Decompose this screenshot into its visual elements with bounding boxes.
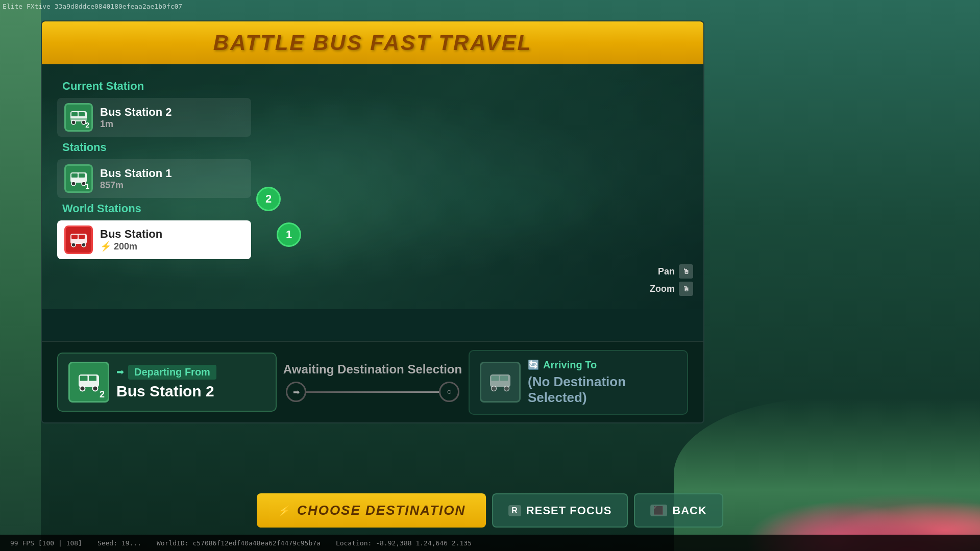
station-1-number: 1: [85, 182, 89, 190]
status-bar: 99 FPS [100 | 108] Seed: 19... WorldID: …: [0, 535, 980, 551]
departing-station-name: Bus Station 2: [116, 383, 265, 400]
svg-point-25: [504, 386, 509, 391]
reset-key: R: [508, 505, 521, 516]
arriving-section: 🔄 Arriving To (No Destination Selected): [469, 350, 688, 415]
svg-rect-12: [71, 235, 78, 239]
svg-rect-23: [500, 376, 508, 381]
currency-icon: ⚡: [100, 241, 111, 252]
back-key: ⬛: [650, 505, 667, 516]
world-station-item[interactable]: Bus Station ⚡ 200m: [57, 220, 251, 259]
pan-label: Pan: [658, 266, 675, 277]
svg-point-19: [80, 386, 85, 391]
map-marker-1[interactable]: 1: [277, 222, 301, 247]
action-buttons-row: ⚡ CHOOSE DESTINATION R RESET FOCUS ⬛ BAC…: [257, 493, 723, 528]
arriving-station-name: (No Destination Selected): [528, 374, 677, 406]
bus-icon-world: [68, 230, 89, 250]
bus-icon-depart: [76, 369, 102, 395]
current-station-info: Bus Station 2 1m: [100, 106, 244, 130]
fps-display: 99 FPS [100 | 108]: [10, 539, 82, 547]
map-marker-2[interactable]: 2: [256, 187, 281, 211]
pan-control: Pan 🖱: [650, 264, 693, 279]
world-station-dist-value: 200m: [114, 241, 137, 252]
departing-from-label: Departing From: [128, 365, 216, 380]
arriving-text: 🔄 Arriving To (No Destination Selected): [528, 359, 677, 406]
svg-rect-2: [79, 112, 85, 116]
station-1-icon: 1: [64, 164, 93, 193]
svg-point-20: [93, 386, 98, 391]
arrow-section: Awaiting Destination Selection ➡ ○: [277, 362, 469, 402]
pan-zoom-controls: Pan 🖱 Zoom 🖱: [650, 264, 693, 299]
world-station-dist: ⚡ 200m: [100, 241, 244, 252]
departing-icon: 2: [68, 362, 109, 403]
back-label: BACK: [672, 504, 707, 517]
world-id-display: WorldID: c57086f12edf40a48ea62f4479c95b7…: [157, 539, 321, 547]
current-station-icon: 2: [64, 103, 93, 132]
world-station-name: Bus Station: [100, 228, 244, 241]
current-station-label: Current Station: [62, 80, 251, 93]
location-display: Location: -8.92,388 1.24,646 2.135: [336, 539, 472, 547]
bottom-bar: 2 ➡ Departing From Bus Station 2 Awaitin…: [42, 341, 703, 422]
map-area[interactable]: Current Station 2 Bus Station 2: [42, 64, 703, 309]
title-bar: BATTLE BUS FAST TRAVEL: [42, 21, 703, 64]
departing-text: ➡ Departing From Bus Station 2: [116, 365, 265, 400]
stations-label: Stations: [62, 141, 251, 154]
departing-label-row: ➡ Departing From: [116, 365, 265, 380]
svg-rect-18: [89, 376, 96, 381]
current-station-name: Bus Station 2: [100, 106, 244, 119]
arrow-left-icon: ➡: [293, 387, 300, 397]
departing-number: 2: [100, 389, 105, 400]
departing-section: 2 ➡ Departing From Bus Station 2: [57, 353, 277, 412]
svg-rect-22: [492, 376, 499, 381]
page-title: BATTLE BUS FAST TRAVEL: [213, 31, 532, 55]
station-list: Current Station 2 Bus Station 2: [57, 80, 251, 263]
choose-destination-button[interactable]: ⚡ CHOOSE DESTINATION: [257, 493, 486, 528]
arriving-label-row: 🔄 Arriving To: [528, 359, 677, 371]
zoom-label: Zoom: [650, 284, 675, 294]
svg-point-24: [492, 386, 497, 391]
choose-destination-label: CHOOSE DESTINATION: [297, 503, 465, 518]
awaiting-text: Awaiting Destination Selection: [283, 362, 462, 377]
world-stations-label: World Stations: [62, 202, 251, 215]
svg-rect-8: [79, 173, 85, 178]
zoom-icon: 🖱: [679, 282, 693, 296]
svg-point-14: [71, 243, 76, 247]
arriving-icon: [480, 362, 521, 403]
username-display: Elite FXtive 33a9d8ddce0840180efeaa2ae1b…: [3, 3, 182, 10]
svg-point-3: [71, 120, 76, 124]
svg-point-9: [71, 182, 76, 186]
svg-point-15: [82, 243, 86, 247]
reset-focus-label: RESET FOCUS: [526, 504, 611, 517]
world-station-info: Bus Station ⚡ 200m: [100, 228, 244, 252]
choose-key-icon: ⚡: [277, 505, 291, 517]
reset-focus-button[interactable]: R RESET FOCUS: [492, 493, 628, 528]
arrow-line-body: [306, 391, 439, 393]
current-station-dist: 1m: [100, 119, 244, 130]
bg-left-panel: [0, 0, 41, 551]
current-station-item[interactable]: 2 Bus Station 2 1m: [57, 98, 251, 137]
svg-rect-17: [80, 376, 88, 381]
svg-rect-7: [71, 173, 78, 178]
svg-rect-13: [79, 235, 85, 239]
zoom-control: Zoom 🖱: [650, 282, 693, 296]
main-panel: BATTLE BUS FAST TRAVEL Current Station: [41, 20, 704, 423]
svg-rect-1: [71, 112, 78, 116]
arrow-line: ➡ ○: [286, 382, 459, 402]
current-station-number: 2: [85, 121, 89, 129]
station-1-name: Bus Station 1: [100, 167, 244, 180]
bus-icon-arrive: [487, 369, 513, 395]
arrow-left-circle: ➡: [286, 382, 306, 402]
arriving-icon-arrow: 🔄: [528, 359, 539, 370]
station-1-info: Bus Station 1 857m: [100, 167, 244, 191]
seed-display: Seed: 19...: [97, 539, 141, 547]
pan-icon: 🖱: [679, 264, 693, 279]
back-button[interactable]: ⬛ BACK: [634, 493, 723, 528]
world-station-icon: [64, 226, 93, 254]
station-1-dist: 857m: [100, 180, 244, 191]
arrow-right-circle: ○: [439, 382, 459, 402]
svg-rect-5: [70, 118, 87, 120]
arriving-to-label: Arriving To: [543, 359, 597, 371]
arrow-right-icon: ○: [447, 387, 452, 396]
departing-arrow-icon: ➡: [116, 366, 124, 378]
station-item-1[interactable]: 1 Bus Station 1 857m: [57, 159, 251, 198]
